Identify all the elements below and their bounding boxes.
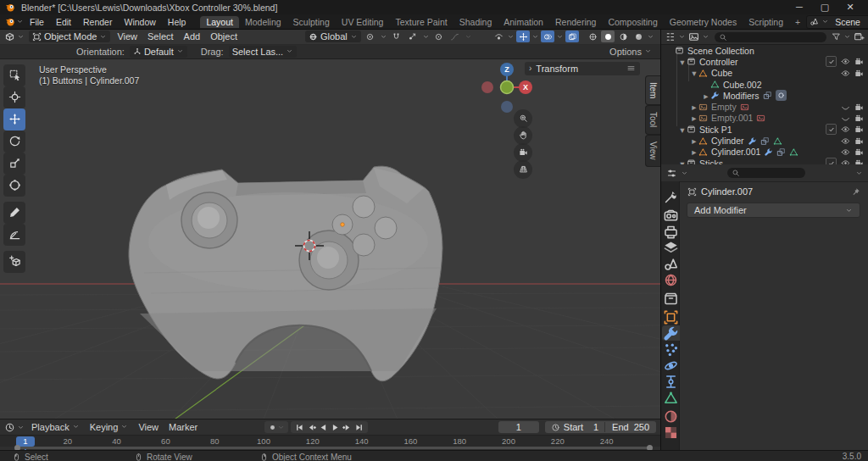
mesh-data-icon[interactable] <box>789 147 798 157</box>
workspace-tab-layout[interactable]: Layout <box>200 16 239 28</box>
outliner-item-label[interactable]: Empty.001 <box>711 113 753 123</box>
properties-tab-material[interactable] <box>663 408 679 424</box>
outliner-row-sticks[interactable]: ▾Sticks <box>661 158 868 164</box>
tool-add-cube-button[interactable] <box>3 251 25 273</box>
hidden-eye-closed-icon[interactable] <box>841 103 850 112</box>
xray-toggle[interactable] <box>565 31 579 42</box>
outliner-item-label[interactable]: Controller <box>699 57 738 67</box>
viewport-menu-select[interactable]: Select <box>142 31 179 42</box>
gizmo-neg-x-ball[interactable] <box>481 81 493 93</box>
gizmo-y-ball[interactable] <box>501 81 514 93</box>
image-data-icon[interactable] <box>740 103 749 112</box>
workspace-tab-compositing[interactable]: Compositing <box>602 16 663 28</box>
transform-panel-header[interactable]: › Transform <box>525 62 640 75</box>
tool-annotate-button[interactable] <box>3 202 25 224</box>
pan-view-button[interactable] <box>514 126 532 145</box>
shading-wireframe-button[interactable] <box>586 31 599 42</box>
hide-eye-icon[interactable] <box>841 125 850 134</box>
outliner-row-controller[interactable]: ▾Controller <box>661 56 868 67</box>
outliner-row-cube[interactable]: ▾Cube <box>661 68 868 79</box>
outliner-editor-icon[interactable] <box>665 31 676 42</box>
snap-toggle[interactable] <box>390 31 403 42</box>
proportional-falloff-button[interactable] <box>448 31 462 42</box>
current-frame-field[interactable]: 1 <box>498 421 539 433</box>
selectability-checkbox[interactable] <box>826 56 837 67</box>
workspace-tab-uv-editing[interactable]: UV Editing <box>336 16 390 28</box>
workspace-tab-scripting[interactable]: Scripting <box>743 16 789 28</box>
outliner-row-empty-001[interactable]: ▸Empty.001 <box>661 113 868 124</box>
drag-setting-dropdown[interactable]: Select Las... <box>229 46 298 58</box>
timeline-scrollbar[interactable] <box>17 447 650 449</box>
menu-window[interactable]: Window <box>118 17 161 27</box>
outliner-row-empty[interactable]: ▸Empty <box>661 102 868 113</box>
tool-rotate-button[interactable] <box>3 131 25 153</box>
array-modifier-icon[interactable] <box>776 147 786 157</box>
viewport-menu-object[interactable]: Object <box>205 31 242 42</box>
sidebar-tab-item[interactable]: Item <box>645 75 660 105</box>
disable-render-camera-icon[interactable] <box>854 114 864 123</box>
toggle-perspective-button[interactable] <box>514 160 532 179</box>
expand-arrow-icon[interactable]: ▾ <box>678 158 687 164</box>
show-gizmo-toggle[interactable] <box>516 31 530 42</box>
end-frame-field[interactable]: End 250 <box>605 422 656 432</box>
options-button[interactable]: Options <box>609 47 642 57</box>
outliner-row-cube-002[interactable]: Cube.002 <box>661 79 868 90</box>
shading-rendered-button[interactable] <box>632 31 645 42</box>
properties-editor-icon[interactable] <box>666 168 677 179</box>
add-modifier-button[interactable]: Add Modifier <box>687 203 860 218</box>
timeline-ruler[interactable]: 1 20406080100120140160180200220240 <box>0 435 660 447</box>
properties-tab-particles[interactable] <box>663 342 679 357</box>
workspace-tab-texture-paint[interactable]: Texture Paint <box>389 16 453 28</box>
outliner-item-label[interactable]: Sticks <box>699 158 723 164</box>
workspace-tab-animation[interactable]: Animation <box>498 16 549 28</box>
timeline-editor-icon[interactable] <box>4 422 15 433</box>
start-frame-field[interactable]: Start 1 <box>545 422 605 432</box>
properties-tab-texture[interactable] <box>663 425 679 440</box>
blender-menu-icon[interactable] <box>5 16 16 27</box>
viewport-3d[interactable]: Z X User Perspective (1) Buttons | Cylin… <box>0 59 660 419</box>
modifier-icon[interactable] <box>764 147 773 157</box>
outliner-row-modifiers[interactable]: ▸Modifiers <box>661 90 868 101</box>
expand-arrow-icon[interactable]: ▾ <box>690 68 698 78</box>
outliner-item-label[interactable]: Cube.002 <box>723 80 762 90</box>
orientation-setting-dropdown[interactable]: Default <box>130 46 187 58</box>
next-keyframe-button[interactable] <box>342 422 353 433</box>
show-object-types-button[interactable] <box>492 31 505 42</box>
editor-type-icon[interactable] <box>4 31 15 42</box>
hide-eye-icon[interactable] <box>841 57 850 66</box>
viewport-menu-add[interactable]: Add <box>179 31 206 42</box>
tool-select-box-button[interactable] <box>3 64 25 86</box>
workspace-tab-geometry-nodes[interactable]: Geometry Nodes <box>664 16 743 28</box>
properties-tab-constraints[interactable] <box>663 374 679 389</box>
properties-tab-data[interactable] <box>663 390 679 405</box>
tool-scale-button[interactable] <box>3 153 25 175</box>
array-modifier-icon[interactable] <box>760 136 770 146</box>
properties-tab-scene[interactable] <box>663 256 679 271</box>
modifier-realtime-icon[interactable] <box>776 90 787 101</box>
disable-render-camera-icon[interactable] <box>854 136 864 146</box>
shading-solid-button[interactable] <box>601 31 615 42</box>
hide-eye-icon[interactable] <box>841 136 850 146</box>
add-workspace-button[interactable]: + <box>789 16 806 28</box>
outliner-item-label[interactable]: Cylinder.001 <box>711 147 760 157</box>
timeline-menu-marker[interactable]: Marker <box>164 422 203 432</box>
jump-to-start-button[interactable] <box>294 422 305 433</box>
timeline-menu-playback[interactable]: Playback <box>26 422 85 432</box>
properties-tab-render[interactable] <box>663 208 679 223</box>
disable-render-camera-icon[interactable] <box>854 125 864 134</box>
outliner-row-scene-collection[interactable]: Scene Collection <box>661 45 868 56</box>
transform-orientation-dropdown[interactable]: Global <box>305 31 361 42</box>
controller-model[interactable] <box>129 166 442 381</box>
menu-file[interactable]: File <box>24 17 50 27</box>
outliner-item-label[interactable]: Scene Collection <box>687 46 754 56</box>
previous-keyframe-button[interactable] <box>306 422 317 433</box>
timeline-menu-view[interactable]: View <box>133 422 164 432</box>
tool-move-button[interactable] <box>3 108 25 131</box>
play-reverse-button[interactable] <box>318 422 329 433</box>
outliner-item-label[interactable]: Empty <box>711 102 737 112</box>
properties-tab-collection[interactable] <box>663 291 679 306</box>
selectability-checkbox[interactable] <box>826 124 837 135</box>
outliner-search-input[interactable] <box>715 32 826 42</box>
outliner-item-label[interactable]: Cylinder <box>711 136 744 146</box>
panel-menu-icon[interactable] <box>626 64 636 73</box>
